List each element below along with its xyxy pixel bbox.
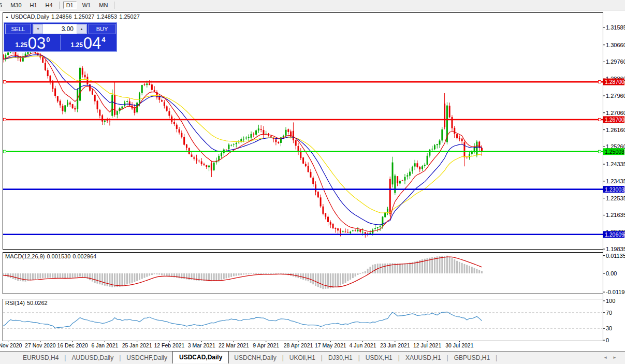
price-tick-label: 1.27060 [606, 110, 625, 116]
tab-separator: | [398, 354, 400, 361]
chart-symbol: USDCAD,Daily [11, 13, 49, 20]
tab-usdcad-daily[interactable]: USDCAD,Daily [172, 351, 229, 363]
date-tick-label: 23 Jun 2021 [380, 342, 410, 348]
hline-handle [599, 118, 601, 121]
price-line-label-1.26700: 1.26700 [603, 116, 624, 123]
date-tick-label: 27 Nov 2020 [25, 342, 56, 348]
date-tick-label: 4 Jun 2021 [350, 342, 376, 348]
rsi-tick-label: 30 [606, 325, 612, 331]
hline-1.28700[interactable] [3, 81, 603, 83]
macd-tick-label: 0.00 [606, 270, 617, 276]
price-tick-label: 1.24335 [606, 161, 625, 167]
hline-1.25003[interactable] [3, 150, 603, 153]
price-tick-label: 1.21635 [606, 212, 625, 218]
rsi-axis: 10070300 [603, 298, 615, 343]
tab-eurusd-h4[interactable]: EURUSD,H4 [18, 353, 64, 363]
up-arrow-icon: ▲ [80, 27, 83, 31]
price-line-label-1.20609: 1.20609 [603, 231, 624, 238]
svg-text:1.25003: 1.25003 [605, 149, 624, 155]
macd-signal-value: 0.002964 [72, 253, 96, 259]
macd-value: 0.001530 [47, 253, 70, 259]
ma-medium-line [3, 55, 482, 225]
price-tick-label: 1.31585 [606, 24, 625, 31]
hline-handle [4, 150, 6, 153]
hline-handle [599, 81, 601, 83]
hline-handle [4, 118, 6, 121]
price-line-label-1.23003: 1.23003 [603, 186, 624, 193]
tab-usdchf-daily[interactable]: USDCHF,Daily [121, 353, 172, 363]
sell-button[interactable]: SELL [5, 24, 31, 34]
hline-handle [4, 81, 6, 83]
svg-text:1.28700: 1.28700 [605, 79, 624, 85]
volume-input[interactable]: 3.00 [43, 24, 77, 34]
macd-pane[interactable] [3, 256, 483, 289]
svg-text:1.20609: 1.20609 [605, 231, 624, 238]
buy-button[interactable]: BUY [89, 24, 115, 34]
down-arrow-icon: ▼ [37, 27, 40, 31]
rsi-indicator-label: RSI(14)50.0262 [5, 300, 50, 306]
tab-separator: | [282, 354, 284, 361]
rsi-tick-label: 100 [606, 298, 615, 304]
date-tick-label: 30 Jul 2021 [445, 342, 473, 348]
svg-text:1.26700: 1.26700 [605, 117, 624, 123]
rsi-tick-label: 0 [606, 337, 609, 343]
date-tick-label: 25 Jan 2021 [122, 342, 152, 348]
buy-price[interactable]: 1.25044 [61, 34, 115, 51]
hline-handle [599, 150, 601, 153]
candles[interactable] [3, 43, 483, 238]
collapse-icon[interactable]: ▲ [5, 15, 9, 19]
tab-separator: | [447, 354, 448, 361]
date-tick-label: 16 Dec 2020 [57, 342, 88, 348]
rsi-line [3, 312, 482, 328]
tab-audusd-daily[interactable]: AUDUSD,Daily [66, 353, 119, 363]
macd-tick-label: 0.01135 [606, 253, 625, 259]
date-axis[interactable]: 9 Nov 202027 Nov 202016 Dec 20206 Jan 20… [0, 341, 474, 348]
tab-scroll-left-icon[interactable]: ◄ [603, 355, 613, 360]
tab-scroll-right-icon[interactable]: ► [613, 355, 622, 360]
tab-separator: | [358, 354, 360, 361]
date-tick-label: 6 Jan 2021 [91, 342, 118, 348]
price-line-label-1.28700: 1.28700 [603, 79, 624, 85]
tab-scroll-arrows: ◄► [603, 355, 622, 360]
rsi-value: 50.0262 [27, 300, 48, 306]
tab-xauusd-h1[interactable]: XAUUSD,H1 [400, 353, 446, 363]
chart-canvas[interactable]: 1.315851.306601.297601.288601.279601.270… [0, 0, 625, 364]
macd-indicator-label: MACD(12,26,9)0.0015300.002964 [5, 253, 98, 259]
hline-1.26700[interactable] [3, 118, 603, 121]
date-tick-label: 12 Jul 2021 [413, 342, 441, 348]
price-line-label-1.25003: 1.25003 [603, 148, 624, 155]
price-tick-label: 1.22535 [606, 195, 625, 201]
price-low: 1.24853 [96, 13, 117, 20]
price-tick-label: 1.29760 [606, 59, 625, 65]
price-tick-label: 1.23435 [606, 178, 625, 184]
date-tick-label: 9 Nov 2020 [0, 342, 22, 348]
volume-control: ▼ 3.00 ▲ [33, 24, 87, 34]
price-tick-label: 1.27960 [606, 93, 625, 99]
date-tick-label: 12 Feb 2021 [154, 342, 184, 348]
tab-separator: | [321, 354, 323, 361]
macd-axis: 0.011350.00-0.01190 [603, 253, 625, 295]
date-tick-label: 3 Mar 2021 [188, 342, 215, 348]
volume-decrease-button[interactable]: ▼ [33, 24, 43, 34]
price-tick-label: 1.30660 [606, 42, 625, 48]
one-click-trading-panel: SELL ▼ 3.00 ▲ BUY 1.25030 1.25044 [4, 22, 117, 52]
sell-price[interactable]: 1.25030 [5, 34, 60, 51]
tab-usdx-h1[interactable]: USDX,H1 [360, 353, 398, 363]
tab-usdcnh-daily[interactable]: USDCNH,Daily [229, 353, 281, 363]
chart-title: ▲USDCAD,Daily1.248561.250271.248531.2502… [5, 13, 142, 20]
rsi-pane[interactable] [3, 312, 603, 328]
price-close: 1.25027 [119, 13, 140, 20]
pane-frames [3, 13, 603, 341]
volume-increase-button[interactable]: ▲ [77, 24, 86, 34]
date-tick-label: 28 Apr 2021 [284, 342, 313, 348]
tab-separator: | [496, 354, 497, 361]
mt4-terminal: { "toolbar": { "items": ["5","M30","H1",… [0, 0, 625, 364]
tab-ukoil-h1[interactable]: UKOil,H1 [284, 353, 321, 363]
moving-averages [3, 53, 482, 231]
svg-text:1.23003: 1.23003 [605, 186, 624, 193]
tab-dj30-h1[interactable]: DJ30,H1 [323, 353, 358, 363]
price-high: 1.25027 [74, 13, 95, 20]
tab-gbpusd-h1[interactable]: GBPUSD,H1 [449, 353, 495, 363]
price-open: 1.24856 [51, 13, 72, 20]
chart-tab-bar: EURUSD,H4|AUDUSD,Daily|USDCHF,DailyUSDCA… [0, 351, 625, 364]
